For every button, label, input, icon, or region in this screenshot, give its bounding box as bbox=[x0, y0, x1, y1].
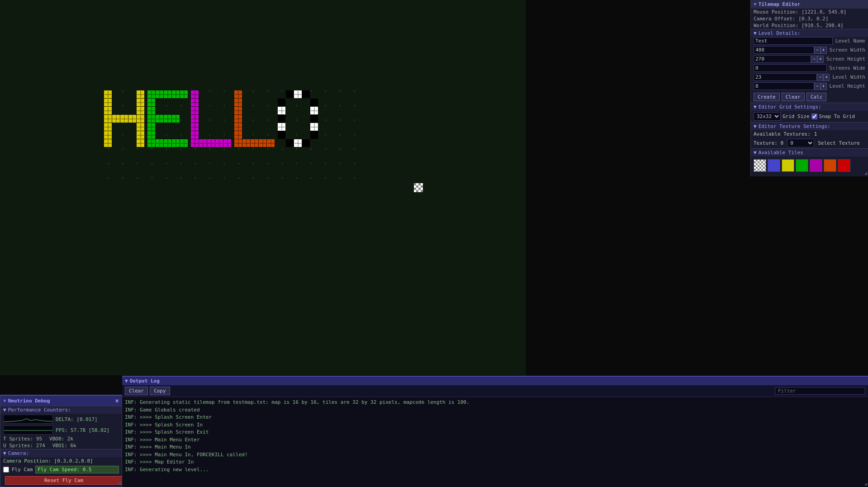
svg-rect-12 bbox=[416, 188, 418, 190]
available-tiles-arrow[interactable]: ▼ bbox=[754, 150, 757, 156]
t-sprites-label: T Sprites: 95 bbox=[3, 436, 42, 442]
flycam-speed-input[interactable] bbox=[35, 466, 119, 473]
screen-width-minus-button[interactable]: − bbox=[814, 47, 821, 54]
level-name-input[interactable] bbox=[754, 37, 833, 45]
level-height-plus-button[interactable]: + bbox=[821, 83, 827, 90]
level-height-input[interactable] bbox=[754, 82, 814, 90]
tile-green[interactable] bbox=[796, 159, 808, 172]
texture-settings-header: ▼ Editor Texture Settings: bbox=[751, 122, 868, 130]
delta-row: DELTA: [0.017] bbox=[0, 414, 122, 425]
debug-panel-close[interactable]: × bbox=[115, 397, 119, 404]
screen-width-input[interactable] bbox=[754, 46, 814, 54]
grid-size-select[interactable]: 32x32 16x16 64x64 bbox=[754, 112, 781, 121]
screen-height-row: − + Screen Height bbox=[751, 55, 868, 63]
debug-panel-title: Neutrino Debug bbox=[8, 398, 50, 404]
debug-panel-header: ▼ Neutrino Debug × bbox=[0, 396, 122, 406]
level-width-input[interactable] bbox=[754, 73, 817, 81]
svg-rect-11 bbox=[414, 188, 416, 190]
svg-rect-3 bbox=[414, 183, 416, 185]
level-details-arrow[interactable]: ▼ bbox=[754, 30, 757, 36]
log-content: INF: Generating static tilemap from test… bbox=[122, 397, 868, 480]
log-line: INF: >>>> Splash Screen In bbox=[125, 421, 865, 429]
log-line: INF: >>>> Splash Screen Exit bbox=[125, 429, 865, 436]
log-filter-input[interactable] bbox=[775, 387, 865, 395]
texture-settings-arrow[interactable]: ▼ bbox=[754, 123, 757, 129]
delta-graph bbox=[3, 415, 53, 424]
level-height-minus-button[interactable]: − bbox=[814, 83, 821, 90]
screen-height-minus-button[interactable]: − bbox=[811, 56, 817, 63]
svg-rect-16 bbox=[416, 190, 418, 192]
log-clear-button[interactable]: Clear bbox=[125, 387, 148, 395]
screens-wide-label: Screens Wide bbox=[830, 65, 865, 71]
performance-counters-header: ▼ Performance Counters: bbox=[0, 406, 122, 414]
log-copy-button[interactable]: Copy bbox=[150, 387, 170, 395]
log-line: INF: Game Globals created bbox=[125, 407, 865, 414]
snap-to-grid-label: Snap To Grid bbox=[819, 113, 855, 119]
texture-select-row: Texture: 0 0 Select Texture bbox=[751, 138, 868, 148]
available-textures-label: Available Textures: bbox=[754, 131, 811, 137]
camera-position: Camera Position: [0.3,0.2,0.0] bbox=[0, 457, 122, 465]
tilemap-editor-header: ▼ Tilemap Editor bbox=[751, 0, 868, 9]
level-width-row: − + Level Width bbox=[751, 73, 868, 81]
level-width-minus-button[interactable]: − bbox=[817, 74, 823, 81]
debug-panel-resize[interactable]: ◢ bbox=[118, 479, 121, 486]
tile-blue[interactable] bbox=[768, 159, 780, 172]
screen-height-plus-button[interactable]: + bbox=[817, 56, 824, 63]
action-buttons-row: Create Clear Calc bbox=[751, 91, 868, 103]
camera-arrow[interactable]: ▼ bbox=[3, 450, 6, 456]
screen-height-input[interactable] bbox=[754, 55, 811, 63]
screens-wide-input[interactable] bbox=[754, 64, 827, 72]
delta-value: DELTA: [0.017] bbox=[56, 416, 98, 422]
snap-to-grid-checkbox[interactable] bbox=[811, 113, 817, 119]
svg-rect-9 bbox=[418, 185, 421, 188]
resize-handle[interactable]: ◢ bbox=[864, 170, 867, 175]
create-button[interactable]: Create bbox=[754, 93, 780, 101]
svg-rect-4 bbox=[416, 183, 418, 185]
log-line: INF: >>>> Main Menu In bbox=[125, 444, 865, 451]
output-log-header: ▼ Output Log bbox=[122, 377, 868, 385]
svg-rect-15 bbox=[414, 190, 416, 192]
level-height-row: − + Level Height bbox=[751, 82, 868, 90]
fps-value: FPS: 57.78 [58.02] bbox=[56, 427, 109, 433]
output-log-arrow[interactable]: ▼ bbox=[125, 378, 128, 384]
level-width-plus-button[interactable]: + bbox=[823, 74, 830, 81]
grid-settings-arrow[interactable]: ▼ bbox=[754, 104, 757, 110]
select-texture-dropdown[interactable]: 0 bbox=[787, 139, 814, 147]
clear-button[interactable]: Clear bbox=[782, 93, 805, 101]
sprite-stats-row: T Sprites: 95 VBO0: 2k bbox=[0, 435, 122, 442]
screen-width-plus-button[interactable]: + bbox=[821, 47, 827, 54]
mouse-position: Mouse Position: [1221.0, 545.0] bbox=[751, 9, 868, 15]
grid-settings-title: Editor Grid Settings: bbox=[759, 104, 821, 110]
reset-flycam-button[interactable]: Reset Fly Cam bbox=[5, 476, 123, 485]
fps-graph-svg bbox=[4, 426, 53, 435]
level-width-label: Level Width bbox=[832, 74, 865, 80]
main-canvas[interactable]: + bbox=[0, 0, 526, 375]
flycam-row: Fly Cam bbox=[0, 465, 122, 474]
log-line: INF: Generating new level... bbox=[125, 466, 865, 474]
tile-yellow[interactable] bbox=[782, 159, 794, 172]
svg-rect-8 bbox=[416, 185, 418, 188]
level-height-label: Level Height bbox=[830, 83, 865, 89]
tile-red[interactable] bbox=[838, 159, 850, 172]
flycam-checkbox[interactable] bbox=[3, 467, 9, 473]
output-log-resize[interactable]: ◢ bbox=[864, 481, 867, 486]
tile-orange[interactable] bbox=[824, 159, 836, 172]
perf-arrow[interactable]: ▼ bbox=[3, 407, 6, 413]
level-details-header: ▼ Level Details: bbox=[751, 29, 868, 37]
output-log-title: Output Log bbox=[130, 378, 160, 384]
reset-flycam-container: Reset Fly Cam bbox=[0, 474, 122, 487]
screen-width-row: − + Screen Width bbox=[751, 46, 868, 54]
tile-purple[interactable] bbox=[810, 159, 822, 172]
tilemap-editor-panel: ▼ Tilemap Editor Mouse Position: [1221.0… bbox=[750, 0, 868, 176]
svg-rect-14 bbox=[421, 188, 423, 190]
camera-offset: Camera Offset: [0.3, 0.2] bbox=[751, 15, 868, 22]
panel-collapse-arrow[interactable]: ▼ bbox=[754, 1, 757, 7]
select-texture-label: Select Texture bbox=[818, 140, 860, 146]
tile-checker[interactable] bbox=[754, 159, 766, 172]
cursor-icon bbox=[414, 183, 423, 192]
vbo0-label: VBO0: 2k bbox=[49, 436, 73, 442]
debug-panel-arrow[interactable]: ▼ bbox=[3, 398, 6, 404]
calc-button[interactable]: Calc bbox=[806, 93, 827, 101]
screen-width-label: Screen Width bbox=[830, 47, 865, 53]
camera-section-header: ▼ Camera: bbox=[0, 449, 122, 457]
